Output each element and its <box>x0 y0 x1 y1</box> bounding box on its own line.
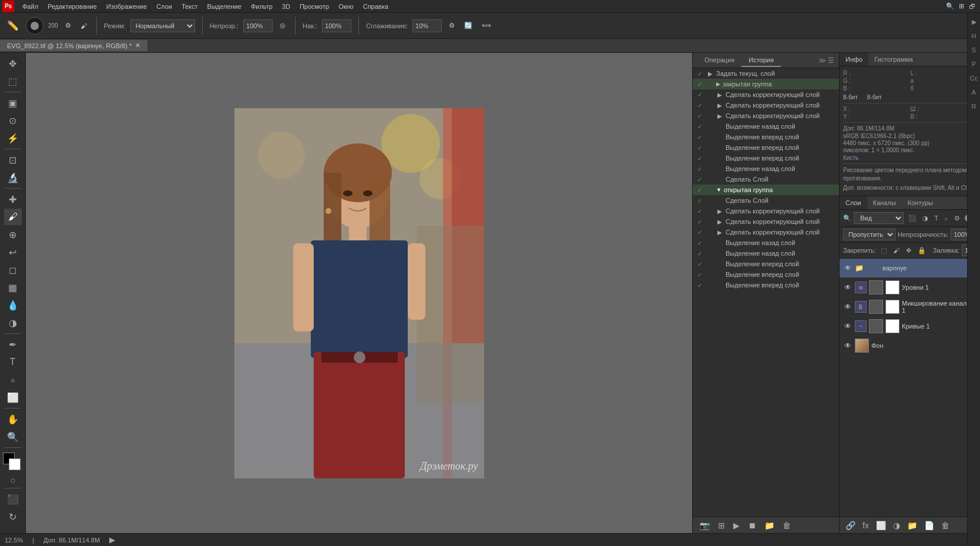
filter-adj-btn[interactable]: ◑ <box>920 213 931 223</box>
layer-item-1[interactable]: 👁≋Уровни 1 <box>840 278 980 297</box>
layers-tab[interactable]: Слои <box>840 196 867 209</box>
shape-tool[interactable]: ⬜ <box>4 389 22 406</box>
dodge-tool[interactable]: ◑ <box>4 314 22 331</box>
layer-type-filter[interactable]: Вид <box>854 212 904 224</box>
new-layer-btn[interactable]: 📄 <box>922 520 937 531</box>
layer-blend-mode[interactable]: Пропустить <box>843 229 895 240</box>
filter-pixel-btn[interactable]: ⬛ <box>906 213 919 223</box>
history-item-14[interactable]: ✓▶Сделать корректирующий слой <box>693 216 839 227</box>
eraser-tool[interactable]: ◻ <box>4 262 22 278</box>
canvas-image[interactable]: Дрэметок.ру <box>234 108 484 478</box>
layer-item-2[interactable]: 👁🎚Микширование каналов 1 <box>840 297 980 317</box>
screen-mode-btn[interactable]: ⬛ <box>4 491 22 507</box>
search-btn[interactable]: 🔍 <box>944 1 956 11</box>
blur-tool[interactable]: 💧 <box>4 297 22 313</box>
menu-text[interactable]: Текст <box>177 2 203 11</box>
lock-transparent-btn[interactable]: ⬚ <box>878 246 889 256</box>
eyedropper-tool[interactable]: 🔬 <box>4 169 22 186</box>
marquee-tool[interactable]: ▣ <box>4 95 22 111</box>
history-item-16[interactable]: ✓Выделение назад слой <box>693 237 839 248</box>
history-item-4[interactable]: ✓▶Сделать корректирующий слой <box>693 110 839 121</box>
menu-select[interactable]: Выделение <box>203 2 246 11</box>
spot-heal-tool[interactable]: ✚ <box>4 191 22 207</box>
history-item-1[interactable]: ✓▶закрытая группа <box>693 79 839 89</box>
quick-mask-btn[interactable]: ⬡ <box>6 476 19 485</box>
lasso-tool[interactable]: ⊙ <box>4 112 22 129</box>
rotate-view-btn[interactable]: ↻ <box>4 508 22 525</box>
artboard-tool[interactable]: ⬚ <box>4 73 22 89</box>
history-item-8[interactable]: ✓Выделение вперед слой <box>693 153 839 163</box>
vert-icon-7[interactable]: R <box>968 100 981 113</box>
history-list[interactable]: ✓▶Задать текущ. слой✓▶закрытая группа✓▶С… <box>693 68 839 517</box>
collapse-btn[interactable]: ≫ <box>818 56 826 65</box>
gradient-tool[interactable]: ▦ <box>4 279 22 296</box>
brush-tool-btn[interactable]: ✏️ <box>5 19 21 32</box>
flow-input[interactable] <box>322 19 351 32</box>
layer-item-4[interactable]: 👁Фон🔒 <box>840 336 980 356</box>
angle-btn[interactable]: 🔄 <box>462 21 475 31</box>
document-tab[interactable]: EVG_8922.tif @ 12.5% (варпнуе, RGB/8) * … <box>0 40 148 51</box>
smooth-settings-btn[interactable]: ⚙ <box>447 21 457 31</box>
brush-preview[interactable] <box>26 17 43 35</box>
opacity-input[interactable] <box>243 19 273 32</box>
filter-smart-btn[interactable]: ⚙ <box>952 213 962 223</box>
move-tool[interactable]: ✥ <box>4 55 22 72</box>
close-tab-icon[interactable]: ✕ <box>135 42 140 49</box>
stamp-tool[interactable]: ⊕ <box>4 226 22 243</box>
hand-tool[interactable]: ✋ <box>4 411 22 427</box>
history-item-10[interactable]: ✓Сделать Слой <box>693 174 839 185</box>
menu-help[interactable]: Справка <box>358 2 393 11</box>
crop-tool[interactable]: ⊡ <box>4 152 22 168</box>
layer-item-0[interactable]: 👁📁варпнуе <box>840 259 980 278</box>
layer-visibility-2[interactable]: 👁 <box>843 302 853 311</box>
delete-layer-btn[interactable]: 🗑 <box>939 520 952 531</box>
menu-file[interactable]: Файл <box>18 2 43 11</box>
snapshot-btn[interactable]: 📷 <box>697 520 712 531</box>
menu-window[interactable]: Окно <box>334 2 358 11</box>
vert-icon-3[interactable]: S <box>968 53 981 56</box>
fx-btn[interactable]: fx <box>860 520 871 531</box>
history-item-12[interactable]: ✓Сделать Слой <box>693 195 839 206</box>
filter-shape-btn[interactable]: ⬦ <box>942 213 951 223</box>
brush-settings-btn[interactable]: ⚙ <box>63 21 73 31</box>
history-item-6[interactable]: ✓Выделение вперед слой <box>693 132 839 142</box>
history-item-7[interactable]: ✓Выделение вперед слой <box>693 142 839 153</box>
history-item-19[interactable]: ✓Выделение вперед слой <box>693 269 839 280</box>
histogram-tab[interactable]: Гистограмма <box>868 53 919 66</box>
stop-btn[interactable]: ⏹ <box>746 520 759 531</box>
menu-filter[interactable]: Фильтр <box>246 2 277 11</box>
history-item-2[interactable]: ✓▶Сделать корректирующий слой <box>693 89 839 100</box>
text-tool[interactable]: T <box>4 354 22 370</box>
brush-tool[interactable]: 🖌 <box>4 209 22 225</box>
paths-tab[interactable]: Контуры <box>902 196 939 209</box>
folder-history-btn[interactable]: 📁 <box>762 520 777 531</box>
menu-edit[interactable]: Редактирование <box>43 2 102 11</box>
history-brush-tool[interactable]: ↩ <box>4 244 22 260</box>
history-item-9[interactable]: ✓Выделение назад слой <box>693 163 839 174</box>
layer-visibility-0[interactable]: 👁 <box>843 263 853 273</box>
tab-history[interactable]: История <box>741 54 781 67</box>
new-group-btn[interactable]: 📁 <box>905 520 919 531</box>
pen-tool[interactable]: ✒ <box>4 336 22 353</box>
history-item-11[interactable]: ✓▼открытая группа <box>693 185 839 195</box>
history-item-20[interactable]: ✓Выделение вперед слой <box>693 280 839 290</box>
history-item-5[interactable]: ✓Выделение назад слой <box>693 121 839 132</box>
link-layers-btn[interactable]: 🔗 <box>843 520 858 531</box>
vert-icon-6[interactable]: A <box>968 86 981 99</box>
history-item-17[interactable]: ✓Выделение назад слой <box>693 248 839 259</box>
status-arrow-btn[interactable]: ▶ <box>109 535 115 544</box>
brush-mode-toggle[interactable]: 🖌 <box>78 21 89 31</box>
menu-3d[interactable]: 3D <box>277 2 295 11</box>
menu-view[interactable]: Просмотр <box>295 2 334 11</box>
menu-btn[interactable]: ☰ <box>828 56 834 65</box>
trash-history-btn[interactable]: 🗑 <box>780 520 793 531</box>
filter-text-btn[interactable]: T <box>932 213 941 223</box>
tab-operations[interactable]: Операция <box>697 54 741 67</box>
vert-icon-4[interactable]: P <box>968 58 981 71</box>
menu-layers[interactable]: Слои <box>152 2 177 11</box>
layer-visibility-3[interactable]: 👁 <box>843 321 853 331</box>
minimize-window-btn[interactable]: 🗗 <box>966 2 978 11</box>
history-item-3[interactable]: ✓▶Сделать корректирующий слой <box>693 100 839 110</box>
layer-visibility-4[interactable]: 👁 <box>843 341 853 350</box>
mask-btn[interactable]: ⬜ <box>874 520 888 531</box>
